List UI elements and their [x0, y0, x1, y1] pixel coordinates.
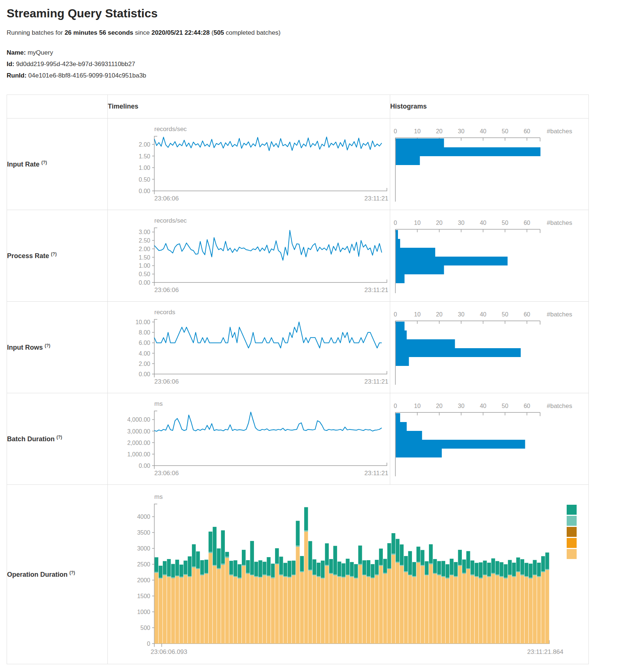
stacked-bar-segment: [325, 566, 329, 644]
stacked-bar-segment: [545, 552, 549, 569]
svg-text:0.00: 0.00: [139, 371, 150, 377]
row-label: Process Rate: [7, 252, 49, 260]
stacked-bar-segment: [350, 576, 354, 577]
legend-swatch: [567, 516, 577, 526]
histogram-bar: [396, 422, 407, 431]
stacked-bar-segment: [442, 561, 445, 576]
batch-duration-row: Batch Duration (?) ms0.001,000.002,000.0…: [7, 393, 589, 485]
stacked-bar-segment: [545, 570, 549, 644]
stacked-bar-segment: [209, 553, 212, 644]
stacked-bar-segment: [346, 559, 350, 575]
stacked-bar-segment: [466, 568, 470, 569]
histogram-bar: [396, 348, 521, 357]
process-rate-histogram-chart: 0102030405060#batches: [390, 210, 588, 301]
help-icon[interactable]: (?): [69, 570, 75, 575]
stacked-bar-segment: [420, 565, 424, 566]
svg-text:0: 0: [394, 220, 397, 226]
batch-duration-timeline-cell: ms0.001,000.002,000.003,000.004,000.0023…: [108, 393, 390, 485]
stacked-bar-segment: [246, 573, 250, 574]
stacked-bar-segment: [491, 573, 495, 574]
stacked-bar-segment: [358, 546, 362, 564]
x-end-label: 23:11:21: [364, 287, 388, 294]
batches-label: #batches: [547, 219, 572, 226]
stacked-bar-segment: [479, 577, 483, 579]
stacked-bar-segment: [200, 575, 204, 644]
stacked-bar-segment: [250, 575, 254, 644]
help-icon[interactable]: (?): [41, 160, 47, 165]
stacked-bar-segment: [200, 560, 204, 575]
stacked-bar-segment: [499, 562, 503, 576]
svg-text:2,000.00: 2,000.00: [127, 440, 150, 446]
stacked-bar-segment: [516, 558, 520, 572]
svg-text:0: 0: [394, 311, 397, 318]
stacked-bar-segment: [446, 564, 449, 577]
query-runid-label: RunId:: [7, 72, 27, 79]
svg-text:40: 40: [480, 403, 487, 409]
svg-text:30: 30: [458, 220, 464, 226]
histogram-bar: [396, 265, 444, 274]
query-meta: Name: myQuery Id: 9d0dd219-995d-423e-b97…: [7, 47, 625, 81]
stacked-bar-segment: [159, 579, 162, 644]
stacked-bar-segment: [404, 572, 408, 644]
help-icon[interactable]: (?): [56, 435, 62, 440]
svg-text:40: 40: [480, 128, 487, 134]
input-rate-timeline-chart: records/sec0.000.501.001.502.0023:06:062…: [108, 119, 390, 210]
svg-text:2.00: 2.00: [139, 246, 150, 252]
stacked-bar-segment: [454, 562, 457, 576]
stacked-bar-segment: [267, 557, 271, 576]
svg-text:20: 20: [436, 311, 443, 318]
stacked-bar-segment: [217, 568, 220, 569]
stacked-bar-segment: [321, 578, 324, 579]
query-id-value: 9d0dd219-995d-423e-b97d-36931110bb27: [16, 61, 135, 68]
help-icon[interactable]: (?): [51, 251, 56, 257]
stacked-bar-segment: [296, 547, 299, 644]
stacked-bar-segment: [425, 561, 429, 575]
stacked-bar-segment: [234, 560, 237, 576]
svg-text:30: 30: [458, 311, 464, 318]
histogram-bar: [396, 248, 435, 257]
stacked-bar-segment: [159, 578, 162, 579]
stacked-bar-segment: [541, 572, 545, 572]
help-icon[interactable]: (?): [45, 343, 50, 348]
stacked-bar-segment: [425, 575, 429, 575]
stacked-bar-segment: [225, 552, 229, 557]
histogram-bar: [396, 431, 422, 440]
stacked-bar-segment: [367, 576, 370, 577]
svg-text:2.00: 2.00: [139, 141, 150, 148]
stacked-bar-segment: [454, 576, 457, 577]
operation-duration-chart: ms0500100015002000250030003500400023:06:…: [108, 485, 588, 664]
svg-text:1000: 1000: [137, 609, 150, 615]
stacked-bar-segment: [471, 575, 474, 576]
stacked-bar-segment: [387, 569, 391, 644]
stacked-bar-segment: [495, 575, 499, 576]
stacked-bar-segment: [313, 575, 316, 644]
stacked-bar-segment: [533, 560, 536, 575]
stacked-bar-segment: [229, 575, 233, 644]
stacked-bar-segment: [483, 575, 487, 644]
histogram-bar: [396, 274, 405, 283]
stacked-bar-segment: [499, 576, 503, 577]
stacked-bar-segment: [442, 576, 445, 577]
stacked-bar-segment: [516, 572, 520, 644]
svg-text:3500: 3500: [137, 529, 150, 536]
histogram-bar: [396, 440, 525, 449]
stacked-bar-segment: [271, 564, 275, 577]
stacked-bar-segment: [525, 576, 528, 577]
stacked-bar-segment: [284, 576, 287, 577]
stacked-bar-segment: [213, 565, 216, 566]
x-end-label: 23:11:21: [364, 470, 388, 477]
stacked-bar-segment: [288, 577, 291, 578]
stacked-bar-segment: [300, 556, 304, 571]
stacked-bar-segment: [504, 564, 508, 577]
batch-duration-timeline-chart: ms0.001,000.002,000.003,000.004,000.0023…: [108, 393, 390, 484]
stacked-bar-segment: [304, 530, 308, 531]
stacked-bar-segment: [221, 564, 225, 565]
stacked-bar-segment: [375, 575, 378, 644]
stacked-bar-segment: [196, 568, 200, 569]
stacked-bar-segment: [437, 561, 441, 575]
stacked-bar-segment: [313, 575, 316, 575]
stacked-bar-segment: [167, 559, 171, 576]
stacked-bar-segment: [545, 569, 549, 570]
stacked-bar-segment: [462, 574, 466, 644]
svg-text:50: 50: [502, 128, 508, 134]
